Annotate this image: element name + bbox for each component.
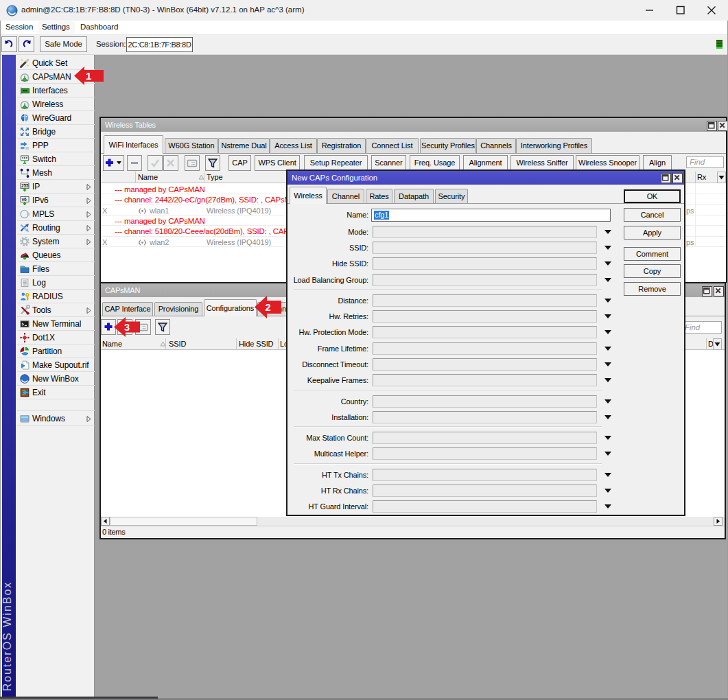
svg-text:3: 3: [124, 322, 130, 333]
svg-text:255: 255: [21, 183, 29, 188]
svg-text:2: 2: [266, 302, 271, 313]
svg-text:v6: v6: [21, 197, 27, 202]
svg-text:1: 1: [86, 70, 91, 82]
